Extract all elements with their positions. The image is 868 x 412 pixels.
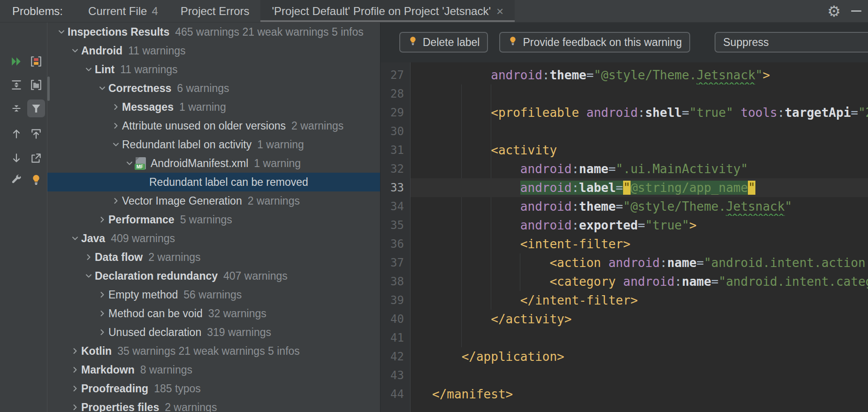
line-number: 35 xyxy=(381,216,411,235)
chevron-down-icon[interactable] xyxy=(96,82,108,94)
delete-label-button[interactable]: Delete label xyxy=(399,32,488,53)
tree-item-count: 11 warnings xyxy=(128,45,185,57)
group-by-directory-icon[interactable] xyxy=(27,76,45,94)
code-line-40[interactable]: 40 </activity> xyxy=(381,310,868,328)
hide-icon[interactable] xyxy=(851,10,861,12)
code-line-30[interactable]: 30 xyxy=(381,122,868,141)
rerun-inspections-icon[interactable] xyxy=(8,53,25,70)
chevron-right-icon[interactable] xyxy=(96,289,108,301)
expand-all-icon[interactable] xyxy=(8,76,25,94)
chevron-right-icon[interactable] xyxy=(69,364,81,376)
export-icon[interactable] xyxy=(27,125,45,143)
editor-code-area[interactable]: 27 android:theme="@style/Theme.Jetsnack"… xyxy=(381,66,868,404)
tree-row[interactable]: Unused declaration319 warnings xyxy=(47,323,380,342)
tree-item-label: Declaration redundancy xyxy=(95,270,218,282)
tree-row[interactable]: Redundant label on activity1 warning xyxy=(47,135,380,154)
line-number: 42 xyxy=(381,347,411,366)
tree-item-count: 319 warnings xyxy=(207,326,271,339)
chevron-right-icon[interactable] xyxy=(69,401,81,412)
chevron-right-icon[interactable] xyxy=(110,120,122,132)
tree-row[interactable]: Method can be void32 warnings xyxy=(47,304,380,323)
tree-row[interactable]: Data flow2 warnings xyxy=(47,248,380,267)
code-text xyxy=(411,366,868,385)
chevron-right-icon[interactable] xyxy=(69,382,81,395)
chevron-down-icon[interactable] xyxy=(69,232,81,244)
tree-row[interactable]: Correctness6 warnings xyxy=(47,79,380,98)
tree-row[interactable]: Properties files2 warnings xyxy=(47,398,380,412)
code-line-36[interactable]: 36 <intent-filter> xyxy=(381,235,868,253)
code-text xyxy=(411,328,868,347)
tree-item-label: Data flow xyxy=(95,251,143,264)
tree-row-selected[interactable]: Redundant label can be removed xyxy=(47,173,380,191)
chevron-down-icon[interactable] xyxy=(69,45,81,57)
provide-feedback-on-this-warning-button[interactable]: Provide feedback on this warning xyxy=(499,32,690,53)
code-line-29[interactable]: 29 <profileable android:shell="true" too… xyxy=(381,103,868,122)
code-line-43[interactable]: 43 xyxy=(381,366,868,385)
tree-item-count: 407 warnings xyxy=(223,270,288,282)
close-icon[interactable]: × xyxy=(496,5,503,17)
code-line-28[interactable]: 28 xyxy=(381,84,868,103)
tree-item-label: Method can be void xyxy=(108,307,203,320)
code-line-33[interactable]: 33 android:label="@string/app_name" xyxy=(381,178,868,197)
tree-row[interactable]: Performance5 warnings xyxy=(47,210,380,229)
collapse-all-icon[interactable] xyxy=(8,99,25,117)
tree-row[interactable]: Java409 warnings xyxy=(47,229,380,248)
tree-item-label: Java xyxy=(81,232,105,245)
code-text: <activity xyxy=(411,141,868,160)
code-line-42[interactable]: 42 </application> xyxy=(381,347,868,366)
chevron-down-icon[interactable] xyxy=(55,26,68,38)
tree-scrollbar-thumb[interactable] xyxy=(47,76,50,101)
tree-row[interactable]: Empty method56 warnings xyxy=(47,285,380,304)
settings-gear-icon[interactable]: ⚙ xyxy=(827,4,841,19)
code-line-37[interactable]: 37 <action android:name="android.intent.… xyxy=(381,253,868,272)
tree-row[interactable]: Kotlin35 warnings 21 weak warnings 5 inf… xyxy=(47,342,380,360)
tree-row[interactable]: Messages1 warning xyxy=(47,98,380,116)
chevron-right-icon[interactable] xyxy=(83,251,95,263)
tab-project-errors[interactable]: Project Errors xyxy=(169,0,261,22)
line-number: 39 xyxy=(381,291,411,310)
chevron-right-icon[interactable] xyxy=(96,214,108,226)
chevron-down-icon[interactable] xyxy=(110,138,122,151)
code-line-44[interactable]: 44</manifest> xyxy=(381,385,868,404)
chevron-right-icon[interactable] xyxy=(96,326,108,338)
tree-row[interactable]: Declaration redundancy407 warnings xyxy=(47,267,380,285)
code-line-38[interactable]: 38 <category android:name="android.inten… xyxy=(381,272,868,291)
suppress-button[interactable]: Suppress xyxy=(715,32,868,53)
tree-row[interactable]: MFAndroidManifest.xml1 warning xyxy=(47,154,380,173)
chevron-right-icon[interactable] xyxy=(96,307,108,320)
tree-row[interactable]: Proofreading185 typos xyxy=(47,379,380,398)
tab-project-default-profile-on-project-jetsnack[interactable]: 'Project Default' Profile on Project 'Je… xyxy=(260,0,515,22)
inspection-settings-icon[interactable] xyxy=(8,171,25,189)
tree-item-label: Attribute unused on older versions xyxy=(122,120,286,132)
tree-row[interactable]: Android11 warnings xyxy=(47,41,380,60)
chevron-down-icon[interactable] xyxy=(83,270,95,282)
tree-row[interactable]: Markdown8 warnings xyxy=(47,360,380,379)
code-line-27[interactable]: 27 android:theme="@style/Theme.Jetsnack"… xyxy=(381,66,868,84)
code-line-41[interactable]: 41 xyxy=(381,328,868,347)
tree-row[interactable]: Attribute unused on older versions2 warn… xyxy=(47,116,380,135)
chevron-down-icon[interactable] xyxy=(123,157,136,169)
tree-row[interactable]: Inspections Results465 warnings 21 weak … xyxy=(47,23,380,41)
tab-current-file[interactable]: Current File4 xyxy=(77,0,169,22)
quick-fixes-icon[interactable] xyxy=(27,171,45,189)
tree-item-label: Vector Image Generation xyxy=(122,195,242,207)
next-problem-icon[interactable] xyxy=(8,149,25,167)
chevron-right-icon[interactable] xyxy=(110,195,122,207)
chevron-down-icon[interactable] xyxy=(83,63,95,76)
code-line-34[interactable]: 34 android:theme="@style/Theme.Jetsnack" xyxy=(381,197,868,216)
button-label: Provide feedback on this warning xyxy=(523,36,682,49)
chevron-right-icon[interactable] xyxy=(110,101,122,113)
previous-problem-icon[interactable] xyxy=(8,125,25,143)
filter-resolved-icon[interactable] xyxy=(27,99,45,117)
code-line-35[interactable]: 35 android:exported="true"> xyxy=(381,216,868,235)
chevron-right-icon[interactable] xyxy=(69,345,81,357)
code-line-32[interactable]: 32 android:name=".ui.MainActivity" xyxy=(381,160,868,178)
tree-row[interactable]: Lint11 warnings xyxy=(47,60,380,79)
line-number: 34 xyxy=(381,197,411,216)
tree-row[interactable]: Vector Image Generation2 warnings xyxy=(47,191,380,210)
open-in-new-window-icon[interactable] xyxy=(27,149,45,167)
code-line-39[interactable]: 39 </intent-filter> xyxy=(381,291,868,310)
severity-filter-icon[interactable] xyxy=(27,53,45,70)
tab-count: 4 xyxy=(152,5,158,18)
code-line-31[interactable]: 31 <activity xyxy=(381,141,868,160)
